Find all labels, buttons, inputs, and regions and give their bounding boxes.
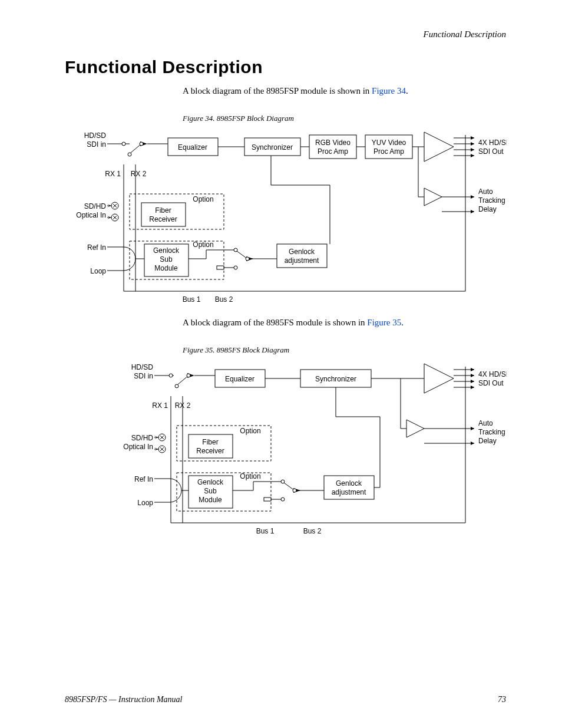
svg-line-74: [178, 375, 189, 384]
svg-marker-35: [424, 188, 442, 206]
figure34-diagram: HD/SD SDI in RX 1 RX 2 SD/HD Optical In …: [65, 126, 507, 309]
intro2-text: A block diagram of the 8985FS module is …: [183, 318, 367, 327]
svg-point-99: [281, 498, 285, 501]
block-gsub1-35: Genlock: [197, 478, 224, 486]
label-sdi-in: SDI in: [87, 140, 106, 149]
label-sdhd-35: SD/HD: [131, 434, 154, 442]
svg-point-45: [234, 266, 237, 269]
label-auto1-35: Auto: [478, 419, 493, 427]
svg-point-73: [175, 384, 178, 388]
svg-marker-82: [424, 364, 454, 393]
label-auto3-35: Delay: [478, 437, 497, 445]
footer-manual: 8985FSP/FS — Instruction Manual: [65, 695, 183, 704]
label-refin: Ref In: [87, 243, 106, 252]
label-auto2-35: Tracking: [478, 428, 505, 436]
label-auto3: Delay: [478, 205, 497, 213]
label-out1-35: 4X HD/SD: [478, 370, 507, 378]
block-fiber1-35: Fiber: [202, 438, 218, 446]
block-gadj1-35: Genlock: [336, 479, 362, 487]
label-auto1: Auto: [478, 187, 493, 196]
label-rx1-35: RX 1: [152, 401, 168, 410]
label-sdi-35: SDI in: [134, 372, 153, 380]
label-sdhd: SD/HD: [84, 202, 107, 210]
svg-line-53: [327, 244, 330, 256]
intro1-text: A block diagram of the 8985FSP module is…: [183, 86, 372, 95]
svg-point-15: [128, 153, 131, 156]
label-bus2: Bus 2: [215, 295, 233, 304]
block-yuv2: Proc Amp: [373, 147, 404, 156]
block-gsub1: Genlock: [153, 246, 180, 255]
label-loop-35: Loop: [137, 499, 153, 507]
block-yuv1: YUV Video: [372, 139, 406, 147]
block-sync: Synchronizer: [252, 143, 293, 151]
block-fiber1: Fiber: [155, 206, 171, 215]
figure35-link[interactable]: Figure 35: [367, 318, 401, 327]
block-eq-35: Equalizer: [225, 375, 254, 383]
block-gsub2-35: Sub: [204, 487, 217, 495]
block-sync-35: Synchronizer: [315, 375, 356, 383]
footer-page: 73: [498, 695, 506, 704]
label-bus1: Bus 1: [183, 295, 201, 304]
label-out2-35: SDI Out: [478, 379, 504, 387]
figure35-diagram: HD/SD SDI in RX 1 RX 2 SD/HD Optical In …: [65, 358, 507, 541]
label-hdsd-35: HD/SD: [131, 363, 154, 371]
intro-fig35: A block diagram of the 8985FS module is …: [183, 318, 506, 328]
block-rgb2: Proc Amp: [318, 147, 348, 156]
svg-rect-98: [264, 498, 271, 501]
intro2-suffix: .: [401, 318, 404, 327]
label-out2: SDI Out: [478, 147, 504, 156]
svg-marker-28: [424, 132, 454, 162]
label-bus2-35: Bus 2: [303, 527, 322, 535]
block-rgb1: RGB Video: [315, 139, 351, 147]
block-gadj2: adjustment: [285, 256, 319, 265]
figure35-caption: Figure 35. 8985FS Block Diagram: [183, 345, 506, 355]
svg-point-48: [246, 257, 249, 261]
label-bus1-35: Bus 1: [256, 527, 275, 535]
label-hdsd: HD/SD: [84, 131, 107, 140]
svg-point-18: [140, 142, 143, 146]
block-fiber2: Receiver: [149, 215, 177, 223]
label-out1: 4X HD/SD: [478, 139, 507, 147]
svg-point-102: [293, 489, 296, 492]
label-refin-35: Ref In: [134, 475, 153, 483]
block-gadj1: Genlock: [289, 248, 315, 256]
section-title: Functional Description: [65, 57, 506, 77]
block-fiber2-35: Receiver: [196, 447, 224, 455]
svg-rect-44: [217, 266, 224, 269]
block-gadj2-35: adjustment: [332, 488, 366, 496]
svg-point-14: [122, 142, 125, 146]
label-option2: Option: [193, 241, 213, 249]
label-optical: Optical In: [76, 211, 106, 219]
block-equalizer: Equalizer: [178, 143, 207, 151]
figure34-link[interactable]: Figure 34: [372, 86, 406, 95]
label-rx1: RX 1: [105, 170, 121, 178]
svg-marker-89: [406, 420, 424, 437]
label-option2-35: Option: [240, 472, 260, 480]
block-gsub3-35: Module: [199, 496, 222, 504]
intro-fig34: A block diagram of the 8985FSP module is…: [183, 86, 506, 96]
label-option1-35: Option: [240, 427, 260, 435]
label-option1: Option: [193, 195, 213, 203]
block-gsub2: Sub: [160, 255, 173, 263]
label-loop: Loop: [90, 267, 106, 275]
svg-point-76: [187, 374, 190, 377]
label-auto2: Tracking: [478, 196, 505, 205]
svg-point-72: [169, 374, 173, 377]
page-header: Functional Description: [65, 29, 506, 39]
label-rx2: RX 2: [131, 170, 147, 178]
svg-line-16: [131, 144, 141, 153]
label-optical-35: Optical In: [123, 443, 153, 451]
figure34-caption: Figure 34. 8985FSP Block Diagram: [183, 114, 506, 123]
intro1-suffix: .: [406, 86, 408, 95]
block-gsub3: Module: [154, 264, 178, 272]
